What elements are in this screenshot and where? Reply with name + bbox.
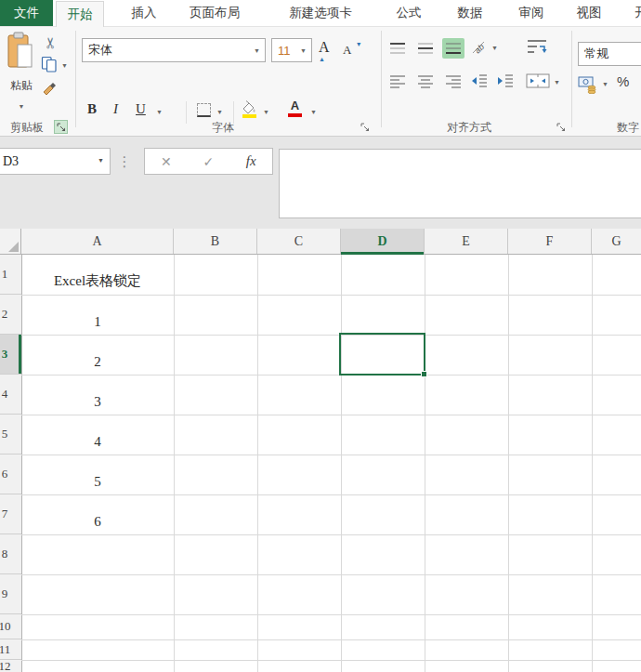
row-header-5[interactable]: 5	[0, 415, 21, 455]
orientation-dropdown-icon[interactable]: ▼	[491, 45, 498, 51]
tab-review[interactable]: 审阅	[505, 0, 557, 26]
fill-color-button[interactable]	[241, 100, 257, 118]
tab-insert[interactable]: 插入	[119, 0, 169, 26]
row-header-3[interactable]: 3	[0, 335, 21, 375]
row-header-2[interactable]: 2	[0, 295, 21, 335]
column-header-G[interactable]: G	[592, 229, 641, 254]
decrease-indent-button[interactable]	[470, 73, 489, 88]
cell-A6[interactable]: 5	[21, 455, 174, 494]
wrap-text-button[interactable]	[526, 38, 548, 55]
row-header-9[interactable]: 9	[0, 574, 21, 614]
paste-button[interactable]: 粘贴 ▼	[6, 32, 37, 117]
bold-button[interactable]: B	[87, 101, 97, 117]
bottom-align-button[interactable]	[442, 38, 464, 59]
number-format-combo[interactable]: 常规	[578, 42, 641, 66]
fill-color-bar	[242, 114, 256, 118]
cut-button[interactable]: ✂	[42, 33, 60, 52]
align-left-icon	[388, 74, 407, 89]
copy-dropdown-icon[interactable]: ▼	[61, 62, 68, 69]
number-group-label: 数字	[617, 120, 641, 136]
borders-button[interactable]	[197, 103, 211, 117]
copy-button[interactable]	[41, 56, 58, 72]
row-header-11[interactable]: 11	[0, 639, 21, 660]
cell-A2[interactable]: 1	[21, 295, 174, 335]
grow-font-button[interactable]: A ▲	[319, 39, 339, 61]
cell-A3[interactable]: 2	[21, 335, 174, 375]
font-name-dropdown-icon: ▼	[254, 47, 265, 54]
cell-A1[interactable]: Excel表格锁定	[21, 255, 174, 295]
tab-new-tab[interactable]: 新建选项卡	[279, 0, 362, 26]
tab-data[interactable]: 数据	[444, 0, 496, 26]
clipboard-dialog-launcher[interactable]	[55, 121, 67, 133]
orientation-button[interactable]: ab	[470, 38, 489, 57]
wrap-text-icon	[526, 38, 548, 55]
name-box[interactable]: D3 ▼	[0, 148, 111, 175]
formula-bar-resize-handle[interactable]: ⋮	[119, 149, 130, 174]
gridline-vertical	[341, 255, 342, 672]
align-center-button[interactable]	[414, 72, 437, 92]
cancel-button[interactable]: ✕	[152, 154, 180, 169]
accounting-dropdown-icon[interactable]: ▼	[602, 81, 608, 87]
tab-view[interactable]: 视图	[564, 0, 614, 26]
align-right-button[interactable]	[442, 72, 464, 92]
borders-dropdown-icon[interactable]: ▼	[216, 109, 223, 115]
underline-dropdown-icon[interactable]: ▼	[156, 109, 163, 115]
column-header-D[interactable]: D	[341, 229, 425, 254]
tab-file[interactable]: 文件	[0, 0, 53, 26]
font-name-combo[interactable]: 宋体 ▼	[82, 38, 266, 62]
tab-developer-partial[interactable]: 开	[630, 0, 641, 26]
column-header-F[interactable]: F	[508, 229, 592, 254]
format-painter-button[interactable]	[41, 80, 59, 99]
font-color-dropdown-icon[interactable]: ▼	[310, 109, 317, 115]
row-header-12[interactable]: 12	[0, 660, 21, 672]
scissors-icon: ✂	[43, 36, 59, 48]
insert-function-button[interactable]: fx	[237, 153, 265, 169]
merge-center-icon	[526, 73, 550, 88]
tab-home[interactable]: 开始	[56, 1, 104, 27]
font-color-button[interactable]: A	[288, 99, 302, 117]
align-left-button[interactable]	[386, 72, 409, 92]
shrink-font-caret-icon: ▼	[356, 41, 362, 47]
merge-center-dropdown-icon[interactable]: ▼	[554, 79, 560, 86]
cell-A5[interactable]: 4	[21, 415, 174, 455]
fill-handle[interactable]	[421, 371, 427, 377]
cell-A7[interactable]: 6	[21, 494, 174, 534]
tab-formulas[interactable]: 公式	[383, 0, 435, 26]
select-all-button[interactable]	[0, 229, 21, 254]
name-box-dropdown-icon[interactable]: ▼	[98, 158, 110, 165]
font-size-combo[interactable]: 11 ▼	[271, 38, 312, 62]
row-header-8[interactable]: 8	[0, 534, 21, 574]
column-header-A[interactable]: A	[21, 229, 174, 254]
cell-A4[interactable]: 3	[21, 375, 174, 415]
shrink-font-button[interactable]: A ▼	[343, 41, 363, 63]
middle-align-button[interactable]	[414, 38, 437, 59]
increase-indent-icon	[496, 73, 515, 88]
row-header-10[interactable]: 10	[0, 614, 21, 639]
increase-indent-button[interactable]	[496, 73, 515, 88]
italic-button[interactable]: I	[113, 101, 118, 117]
tab-page-layout[interactable]: 页面布局	[182, 0, 247, 26]
accounting-format-button[interactable]	[578, 75, 598, 94]
percent-style-button[interactable]: %	[617, 73, 629, 89]
formula-band: D3 ▼ ⋮ ✕ ✓ fx	[0, 137, 641, 229]
fill-color-dropdown-icon[interactable]: ▼	[263, 109, 269, 115]
name-box-value: D3	[3, 154, 19, 169]
top-align-button[interactable]	[386, 38, 409, 59]
font-dialog-launcher[interactable]	[359, 121, 371, 133]
gridline-vertical	[592, 255, 593, 672]
row-header-7[interactable]: 7	[0, 494, 21, 534]
alignment-dialog-launcher[interactable]	[555, 121, 567, 133]
column-header-B[interactable]: B	[174, 229, 257, 254]
row-header-4[interactable]: 4	[0, 375, 21, 415]
top-align-icon	[388, 42, 407, 55]
merge-center-button[interactable]	[526, 73, 550, 88]
enter-button[interactable]: ✓	[194, 154, 222, 169]
column-header-C[interactable]: C	[257, 229, 341, 254]
select-all-triangle-icon	[8, 242, 19, 252]
row-header-1[interactable]: 1	[0, 255, 21, 295]
column-header-E[interactable]: E	[425, 229, 508, 254]
row-header-6[interactable]: 6	[0, 455, 21, 494]
formula-bar-input[interactable]	[279, 149, 641, 218]
accounting-format-icon	[578, 75, 598, 94]
underline-button[interactable]: U	[136, 101, 146, 117]
